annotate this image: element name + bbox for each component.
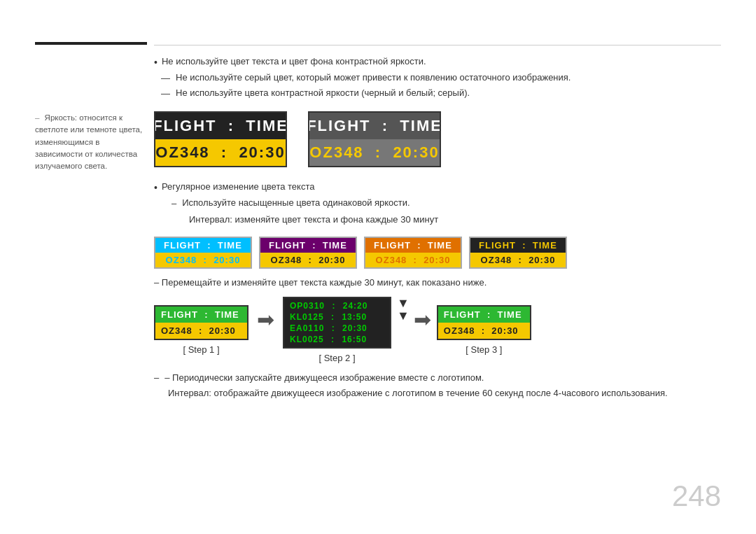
down-arrows: ▼ ▼ [397,297,410,322]
step2-time2: 13:50 [342,312,367,322]
arrow2: ➡ [414,307,431,332]
flight-top-purple: FLIGHT : TIME [260,238,356,253]
flight-bottom-step3: OZ348 : 20:30 [438,323,530,339]
step2-time4: 16:50 [342,335,367,344]
step2-label: [ Step 2 ] [318,353,355,363]
sidebar-dash: – [35,113,39,122]
flight-bottom-orange: OZ348 : 20:30 [365,253,461,267]
step2-display: OP0310 : 24:20 KL0125 : 13:50 EA0110 : 2… [283,297,391,349]
flight-display-gray: FLIGHT : TIME OZ348 : 20:30 [308,111,441,167]
periodic-dash-text: – Периодически запускайте движущееся изо… [164,371,484,385]
step2-flight1: OP0310 [290,301,325,311]
flight-bottom-yellow: OZ348 : 20:30 [155,139,286,166]
sub1-container: – Используйте насыщенные цвета одинаково… [172,197,721,210]
flight-bottom-yellow-sm: OZ348 : 20:30 [470,253,566,267]
flight-top-yellow-sm: FLIGHT : TIME [470,238,566,253]
step2-flight3: EA0110 [290,323,324,333]
dash-sym-sub1: – [172,197,176,210]
sub2-text: Интервал: изменяйте цвет текста и фона к… [189,214,438,225]
dash1-text: Не используйте серый цвет, который может… [176,72,570,83]
step2-row3: EA0110 : 20:30 [290,323,384,333]
bullet1-text: Не используйте цвет текста и цвет фона к… [162,56,426,66]
flight-top-step3: FLIGHT : TIME [438,307,530,323]
flight-display-purple: FLIGHT : TIME OZ348 : 20:30 [259,237,357,269]
sidebar: – Яркость: относится к светлоте или темн… [35,112,144,172]
step2-row2: KL0125 : 13:50 [290,312,384,322]
bullet1-container: • Не используйте цвет текста и цвет фона… [154,56,721,69]
steps-section: FLIGHT : TIME OZ348 : 20:30 [ Step 1 ] ➡… [154,297,721,364]
arrow1: ➡ [257,307,274,332]
sidebar-text: Яркость: относится к светлоте или темнот… [35,113,142,170]
flight-top-yellow: FLIGHT : TIME [155,113,286,139]
flight-top-gray: FLIGHT : TIME [309,113,440,139]
dash2-container: — Не используйте цвета контрастной яркос… [161,87,721,100]
flight-bottom-cyan: OZ348 : 20:30 [155,253,251,267]
dash-sym-1: — [161,72,170,85]
color-row: FLIGHT : TIME OZ348 : 20:30 FLIGHT : TIM… [154,237,721,269]
step3-label: [ Step 3 ] [465,344,502,355]
periodic-dash: – – Периодически запускайте движущееся и… [154,371,721,385]
step2-colon1: : [329,301,339,311]
flight-top-cyan: FLIGHT : TIME [155,238,251,253]
main-content: • Не используйте цвет текста и цвет фона… [154,56,721,402]
step2-row4: KL0025 : 16:50 [290,335,384,344]
step3-box: FLIGHT : TIME OZ348 : 20:30 [ Step 3 ] [437,305,531,355]
periodic-dash-sym: – [154,371,159,385]
flight-display-orange: FLIGHT : TIME OZ348 : 20:30 [364,237,462,269]
step2-colon2: : [328,312,338,322]
flight-bottom-gray: OZ348 : 20:30 [309,139,440,166]
flight-display-step3: FLIGHT : TIME OZ348 : 20:30 [437,305,531,340]
flight-display-yellow-black: FLIGHT : TIME OZ348 : 20:30 [154,111,287,167]
step2-box: OP0310 : 24:20 KL0125 : 13:50 EA0110 : 2… [283,297,391,363]
step2-colon3: : [328,323,338,333]
step2-colon4: : [328,335,338,344]
flight-bottom-purple: OZ348 : 20:30 [260,253,356,267]
step1-box: FLIGHT : TIME OZ348 : 20:30 [ Step 1 ] [154,305,248,355]
step2-flight4: KL0025 [290,335,324,344]
flight-top-step1: FLIGHT : TIME [155,307,247,323]
step2-time3: 20:30 [342,323,368,333]
page-number: 248 [672,479,721,513]
double-arrow-group: ▼ ▼ ➡ [397,297,431,343]
flight-display-yellow-sm: FLIGHT : TIME OZ348 : 20:30 [469,237,567,269]
step2-time1: 24:20 [343,301,368,311]
bullet2-container: • Регулярное изменение цвета текста [154,181,721,194]
flight-display-step1: FLIGHT : TIME OZ348 : 20:30 [154,305,248,340]
large-examples: FLIGHT : TIME OZ348 : 20:30 FLIGHT : TIM… [154,111,721,167]
step2-row1: OP0310 : 24:20 [290,301,384,311]
dash-sym-2: — [161,87,170,100]
sub2-container: Интервал: изменяйте цвет текста и фона к… [189,213,721,227]
dash1-container: — Не используйте серый цвет, который мож… [161,72,721,85]
step2-flight2: KL0125 [290,312,324,322]
sub1-text: Используйте насыщенные цвета одинаковой … [182,197,410,208]
flight-bottom-step1: OZ348 : 20:30 [155,323,247,339]
top-line [154,45,721,45]
flight-display-cyan: FLIGHT : TIME OZ348 : 20:30 [154,237,252,269]
down-arrow2: ▼ [397,309,410,322]
down-arrow1: ▼ [397,297,410,309]
top-bar [35,42,147,45]
flight-top-orange: FLIGHT : TIME [365,238,461,253]
bullet-dot-1: • [154,56,158,69]
bullet2-text: Регулярное изменение цвета текста [162,181,315,192]
dash2-text: Не используйте цвета контрастной яркости… [176,87,470,98]
bullet-dot-2: • [154,181,158,194]
move-text: – Перемещайте и изменяйте цвет текста ка… [154,276,721,290]
periodic-sub: Интервал: отображайте движущееся изображ… [168,386,721,400]
step1-label: [ Step 1 ] [183,344,219,355]
